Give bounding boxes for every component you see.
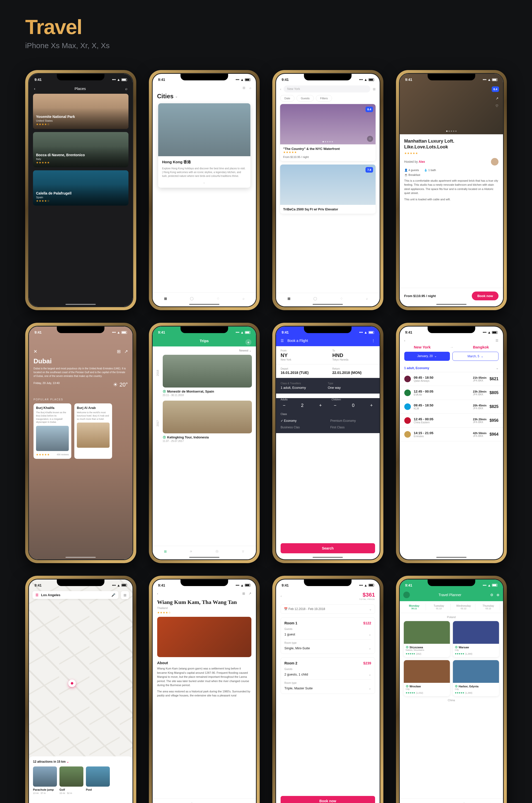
nav-chat-icon[interactable]: ◯ [190,297,194,300]
host-avatar[interactable] [491,158,498,166]
flight-row[interactable]: 09:45 - 18:50KLM 20h 45minJFK-BKK $825 [400,400,503,414]
date-to-button[interactable]: March, 5 ⌄ [452,352,498,361]
place-card[interactable]: Calella de PalafrugellSpain★★★★☆ [33,170,129,206]
back-icon[interactable]: ‹ [280,87,281,91]
share-icon[interactable]: ↗ [124,349,128,354]
share-icon[interactable]: ↗ [249,592,251,595]
filter-date[interactable]: Date [280,95,294,101]
to-field[interactable]: ToHNDTokyo Haneda [328,346,379,364]
hotel-card[interactable]: 8.4 ♡ "The Country" & the NYC Waterfront… [280,104,376,161]
planner-card[interactable]: ⦿ Harbor, Gdynia City ●●●●● (1,389) [453,660,499,696]
nav-icon[interactable]: ♢ [340,297,343,300]
plus-button[interactable]: + [368,403,375,408]
search-button[interactable]: Search [281,543,375,553]
from-field[interactable]: FromNYNew York [276,346,328,364]
depart-field[interactable]: Depart16.01.2018 (TUE) [276,364,328,378]
day-tab[interactable]: Thursday03.12 [477,604,500,610]
map-icon[interactable]: ⊞ [243,86,245,90]
flight-row[interactable]: 14:15 - 21:05Emirates 42h 50minJFK-BKK $… [400,428,503,442]
cities-heading[interactable]: Cities ⌄ [153,92,256,103]
menu-icon[interactable]: ☰ [281,339,284,343]
class-option[interactable]: Premium Economy [330,419,375,423]
minus-button[interactable]: − [281,403,288,408]
guests-selector[interactable]: 2 guests, 1 child⌄ [284,671,371,679]
place-card[interactable]: Bocca di Navene, BrentonicoItaly★★★★★ [33,132,129,167]
class-option[interactable]: Business Clas [281,426,325,429]
plus-button[interactable]: + [317,403,324,408]
day-tab[interactable]: Monday30.11 [403,604,426,610]
nav-search-icon[interactable]: ⌕ [243,297,245,300]
filter-more[interactable]: Filters [316,95,332,101]
location-input[interactable]: ☰Los Angeles🎤 [33,591,118,599]
search-icon[interactable]: ⌕ [249,86,251,90]
date-from-button[interactable]: January, 20 ⌄ [404,352,450,361]
flight-row[interactable]: 12:45 - 00:05EVA Air 23h 20minJFK-BKK $8… [400,386,503,400]
nav-bell-icon[interactable]: ♢ [216,297,220,300]
nav-icon[interactable]: ⌕ [366,297,368,300]
more-icon[interactable]: ⋮ [372,339,375,343]
filter-icon[interactable]: ☰ [495,339,498,342]
nav-pin-icon[interactable]: ⦿ [215,549,218,553]
nav-plane-icon[interactable]: ✈ [190,549,192,553]
nav-icon[interactable]: ▦ [287,297,290,300]
hotel-card[interactable]: 7.8 TriBeCa 2500 Sq Ft w/ Priv Elevator [280,165,376,214]
search-input[interactable]: New York [284,86,370,92]
avatar[interactable] [403,592,410,598]
back-icon[interactable]: ‹ [157,592,158,595]
passengers-selector[interactable]: 1 adult, Economy ⌄ [400,364,503,372]
favorite-icon[interactable]: ♡ [367,136,373,142]
return-field[interactable]: Return22.01.2018 (MON) [328,364,379,378]
map-marker[interactable] [68,679,76,687]
trip-card[interactable]: ⦿Monestir de Montserrat, Spain23.11 - 30… [163,355,252,397]
back-icon[interactable]: ‹ [281,594,282,598]
day-tab[interactable]: Tuesday01.12 [428,604,451,610]
place-card[interactable]: Burj Al ArabWelcome to the world's most … [74,404,112,459]
class-option[interactable]: First Class [330,426,375,429]
map-icon[interactable]: ⊞ [242,592,245,595]
expand-icon[interactable]: ⌄ [162,181,247,184]
add-button[interactable]: + [245,339,251,345]
flight-row[interactable]: 12:45 - 00:05China Eastern 23h 20minJFK-… [400,414,503,428]
date-range-selector[interactable]: 📅 Feb 12.2018 - Feb 19.2018⌄ [281,604,375,614]
map-icon[interactable]: ⊞ [117,349,121,354]
nav-trophy-icon[interactable]: ♕ [242,549,245,553]
back-icon[interactable]: ‹ [404,339,405,342]
favorite-icon[interactable]: ♡ [495,104,498,108]
map-icon[interactable]: ⊞ [373,87,376,91]
back-icon[interactable]: ‹ [34,87,35,91]
day-tab[interactable]: Wednesday02.12 [452,604,475,610]
menu-icon[interactable]: ☰ [36,593,39,597]
mic-icon[interactable]: 🎤 [111,593,115,597]
nav-home-icon[interactable]: ▦ [164,297,167,300]
nav-map-icon[interactable]: ⊞ [164,549,167,553]
book-button[interactable]: Book now [472,292,498,300]
share-icon[interactable]: ↗ [496,96,498,100]
close-icon[interactable]: ✕ [34,349,37,354]
class-option[interactable]: Economy [281,419,325,423]
search-icon[interactable]: ⌕ [125,87,128,91]
activity-card[interactable]: Parachute jump13 mi37 m [33,766,57,795]
sheet-title[interactable]: 12 attractions in 15 km ⌄ [33,760,129,763]
host-name[interactable]: Alex [419,160,425,164]
city-card[interactable]: Hong Kong 香港Explore Hong Kong holidays a… [158,103,251,188]
add-button[interactable]: ⊕ [496,593,499,597]
layers-icon[interactable]: ▦ [121,591,129,599]
type-selector[interactable]: Triple, Master Suite⌄ [284,684,371,690]
settings-icon[interactable]: ⚙ [490,593,493,597]
planner-card[interactable]: ⦿ Stryszawa Nature, Mountains ●●●●● (262… [404,621,450,657]
activity-card[interactable]: Golf15 mi52 m [59,766,83,795]
trip-card[interactable]: ⦿Kelingking Tour, Indonesia11.07 - 25.07… [163,400,252,443]
planner-card[interactable]: ⦿ Warsaw City ●●●●● (1,389) [453,621,499,657]
place-card[interactable]: Burj KhalifaThe Burj Khalifa known as th… [34,404,71,459]
book-button[interactable]: Book now [281,796,375,803]
sort-selector[interactable]: Newest ⌄ [153,347,256,355]
type-selector[interactable]: Single, Mini-Suite⌄ [284,644,371,650]
filter-guests[interactable]: Guests [297,95,314,101]
minus-button[interactable]: − [331,403,339,408]
activity-card[interactable]: Pool [86,766,110,795]
planner-card[interactable]: ⦿ Wrocław City ●●●●● (1,032) [404,660,450,696]
flight-row[interactable]: 09:45 - 18:50Qatar Airways 21h 05minJFK-… [400,372,503,386]
guests-selector[interactable]: 1 guest⌄ [284,630,371,639]
place-card[interactable]: Yosemite National ParkUnited States★★★★☆ [33,94,129,129]
nav-icon[interactable]: ◯ [314,297,317,300]
